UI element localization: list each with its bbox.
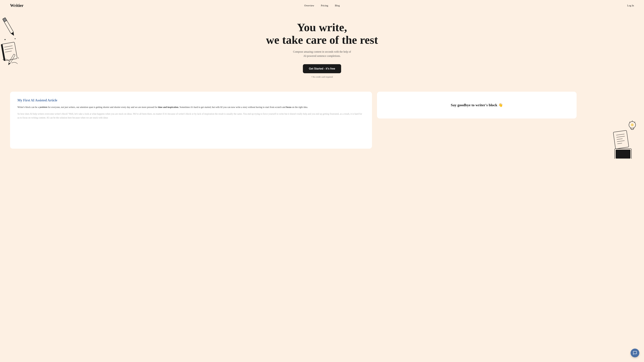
side-card: Say goodbye to writer's block 👋 — [377, 92, 576, 118]
svg-line-24 — [617, 143, 622, 144]
article-p1-focus: focus — [286, 106, 291, 108]
svg-rect-8 — [9, 54, 15, 64]
logo[interactable]: Writier — [10, 3, 24, 8]
svg-marker-1 — [11, 32, 15, 36]
article-p1-tail: on the right idea. — [292, 106, 308, 108]
cta-subtext: • No credit card required — [311, 76, 333, 78]
svg-line-6 — [5, 51, 12, 52]
svg-line-5 — [5, 48, 13, 50]
svg-marker-9 — [8, 63, 10, 65]
svg-line-23 — [617, 141, 624, 142]
article-body: Writer's block can be a problem for ever… — [18, 105, 364, 109]
nav-item-pricing[interactable]: Pricing — [321, 4, 328, 7]
svg-point-12 — [18, 58, 19, 58]
hero-section: You write, we take care of the rest Comp… — [0, 11, 644, 92]
svg-line-22 — [617, 139, 623, 139]
login-link[interactable]: Log In — [627, 4, 634, 7]
svg-rect-26 — [616, 150, 630, 159]
svg-line-17 — [634, 122, 635, 122]
article-card: My First AI Assisted Article Writer's bl… — [10, 92, 372, 149]
svg-point-10 — [4, 39, 6, 40]
article-p1-post: for everyone, not just writers, our atte… — [47, 106, 158, 108]
svg-point-11 — [15, 38, 16, 39]
nav-item-overview[interactable]: Overview — [304, 4, 314, 7]
side-card-text: Say goodbye to writer's block 👋 — [451, 103, 503, 107]
svg-line-20 — [616, 134, 624, 135]
article-p1-end: . Sometimes it's hard to get started, bu… — [178, 106, 286, 108]
deco-right-illustration — [612, 120, 639, 159]
svg-line-21 — [616, 136, 625, 137]
svg-rect-19 — [613, 130, 629, 149]
svg-line-16 — [630, 122, 630, 122]
article-ghost-paragraph: So how does AI help writers overcome wri… — [18, 112, 364, 120]
nav-links: Overview Pricing Blog — [304, 4, 340, 7]
svg-rect-2 — [2, 17, 7, 22]
deco-left-illustration — [0, 14, 22, 66]
content-section: My First AI Assisted Article Writer's bl… — [0, 92, 644, 159]
article-p1-bold: time and inspiration — [158, 106, 178, 108]
hero-subtitle: Compose amazing content in seconds with … — [293, 50, 351, 58]
nav-item-blog[interactable]: Blog — [335, 4, 340, 7]
cta-button[interactable]: Get Started - it's free — [303, 64, 341, 73]
navbar: Writier Overview Pricing Blog Log In — [0, 0, 644, 11]
svg-line-4 — [4, 46, 12, 47]
article-p1-pre: Writer's block can be a — [18, 106, 40, 108]
article-title: My First AI Assisted Article — [18, 98, 364, 102]
hero-title: You write, we take care of the rest — [266, 21, 378, 46]
svg-rect-7 — [1, 44, 5, 61]
svg-point-18 — [631, 123, 634, 126]
article-p1-strike: problem — [40, 106, 47, 108]
